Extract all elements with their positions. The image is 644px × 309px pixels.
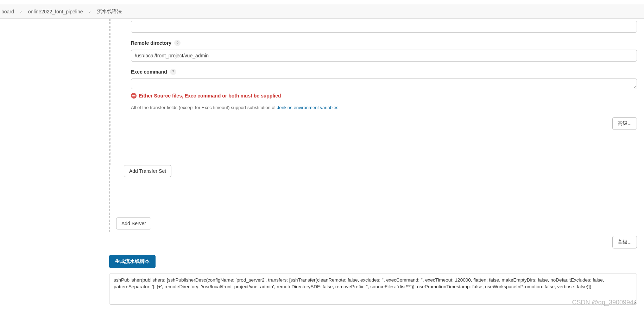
- exec-command-label-text: Exec command: [131, 69, 167, 75]
- validation-error: Either Source files, Exec command or bot…: [131, 93, 637, 99]
- breadcrumb: board › online2022_font_pipeline › 流水线语法: [0, 5, 644, 19]
- advanced-button-outer[interactable]: 高级...: [612, 236, 637, 248]
- breadcrumb-item-syntax[interactable]: 流水线语法: [96, 8, 123, 15]
- hint-text: All of the transfer fields (except for E…: [131, 105, 637, 110]
- exec-command-input[interactable]: [131, 78, 637, 89]
- help-icon[interactable]: ?: [174, 40, 181, 46]
- remote-directory-input[interactable]: [131, 50, 637, 62]
- add-server-button[interactable]: Add Server: [116, 217, 151, 229]
- remote-directory-label: Remote directory ?: [131, 40, 637, 46]
- remove-prefix-input[interactable]: [131, 21, 637, 33]
- jenkins-env-vars-link[interactable]: Jenkins environment variables: [277, 105, 339, 110]
- chevron-right-icon: ›: [89, 9, 91, 14]
- generate-script-button[interactable]: 生成流水线脚本: [109, 255, 156, 268]
- hint-prefix: All of the transfer fields (except for E…: [131, 105, 277, 110]
- error-icon: [131, 93, 137, 99]
- add-transfer-set-button[interactable]: Add Transfer Set: [124, 165, 171, 177]
- generated-script-output[interactable]: sshPublisher(publishers: [sshPublisherDe…: [109, 273, 637, 305]
- error-message-text: Either Source files, Exec command or bot…: [139, 93, 281, 99]
- browser-bookmark-bar: [0, 0, 644, 5]
- left-sidebar-space: [0, 19, 109, 309]
- exec-command-label: Exec command ?: [131, 69, 637, 75]
- remote-directory-label-text: Remote directory: [131, 40, 171, 46]
- advanced-button[interactable]: 高级...: [612, 117, 637, 130]
- breadcrumb-item-project[interactable]: online2022_font_pipeline: [27, 9, 84, 14]
- help-icon[interactable]: ?: [170, 69, 176, 75]
- breadcrumb-item-dashboard[interactable]: board: [0, 9, 15, 14]
- chevron-right-icon: ›: [20, 9, 22, 14]
